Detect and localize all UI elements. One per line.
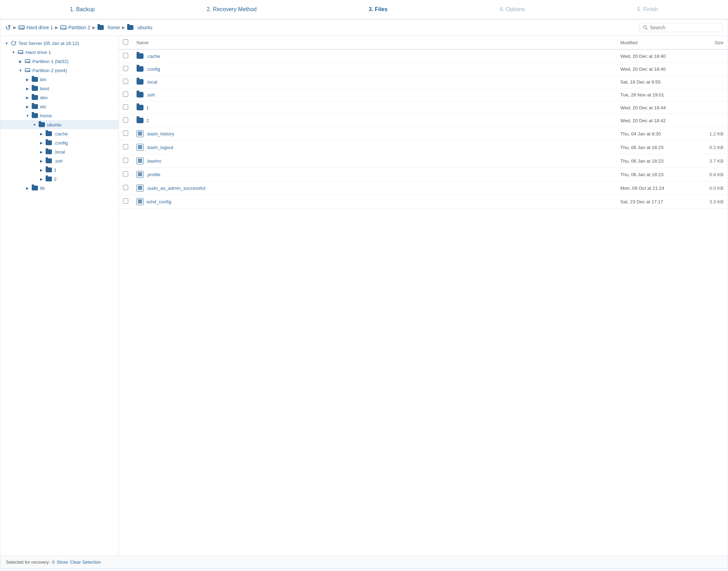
table-row: .bash_logout Thu, 06 Jan at 18:23 0.2 KB — [119, 141, 728, 154]
table-row: .config Wed, 20 Dec at 18:40 — [119, 63, 728, 76]
file-size-sudo_as_admin: 0.0 KB — [693, 181, 728, 195]
chevron-down-icon — [11, 49, 16, 55]
folder-icon-1-sub — [46, 167, 52, 172]
drive-icon-p2 — [25, 68, 30, 73]
sidebar-item-1-sub[interactable]: 1 — [0, 165, 118, 174]
file-size-2 — [693, 114, 728, 127]
sidebar-item-home[interactable]: home — [0, 111, 118, 120]
table-row: .local Sat, 16 Dec at 9:55 — [119, 76, 728, 88]
sidebar-item-etc[interactable]: etc — [0, 102, 118, 111]
file-size-config — [693, 63, 728, 76]
col-header-size: Size — [693, 36, 728, 49]
wizard-steps: 1. Backup 2. Recovery Method 3. Files 4.… — [0, 0, 728, 19]
table-row: .profile Thu, 06 Jan at 18:23 0.8 KB — [119, 168, 728, 181]
file-modified-local: Sat, 16 Dec at 9:55 — [616, 76, 693, 88]
sidebar-item-hard-drive-1[interactable]: Hard drive 1 — [0, 48, 118, 57]
row-checkbox-sudo_as_admin[interactable] — [123, 185, 128, 190]
file-modified-2: Wed, 20 Dec at 18:42 — [616, 114, 693, 127]
file-name-label: .bash_history — [146, 131, 174, 136]
row-checkbox-sshd_config[interactable] — [123, 198, 128, 204]
svg-point-3 — [23, 29, 24, 29]
breadcrumb-ubuntu[interactable]: ubuntu — [127, 25, 152, 30]
tab-finish[interactable]: 5. Finish — [637, 6, 658, 13]
row-checkbox-1[interactable] — [123, 104, 128, 110]
file-name-cache[interactable]: .cache — [137, 53, 612, 59]
sidebar-item-test-server[interactable]: Test Server (05 Jan at 16:12) — [0, 39, 118, 48]
sidebar-item-2-sub[interactable]: 2 — [0, 174, 118, 183]
sidebar-label-boot: boot — [40, 86, 49, 91]
sidebar-item-boot[interactable]: boot — [0, 84, 118, 93]
file-modified-sshd_config: Sat, 23 Dec at 17:17 — [616, 195, 693, 209]
drive-icon-hd1 — [18, 25, 25, 30]
sidebar-item-bin[interactable]: bin — [0, 75, 118, 84]
sidebar-item-cache-sub[interactable]: .cache — [0, 129, 118, 138]
file-size-cache — [693, 49, 728, 63]
file-name-1[interactable]: 1 — [137, 105, 612, 110]
folder-icon-boot — [32, 86, 38, 91]
search-box[interactable] — [639, 23, 723, 32]
tab-backup[interactable]: 1. Backup — [70, 6, 95, 13]
sidebar-item-ssh-sub[interactable]: .ssh — [0, 156, 118, 165]
row-checkbox-profile[interactable] — [123, 171, 128, 177]
sidebar-item-partition-2[interactable]: Partition 2 (ext4) — [0, 66, 118, 75]
selected-label: Selected for recovery: — [6, 560, 50, 565]
file-modified-bash_logout: Thu, 06 Jan at 18:23 — [616, 141, 693, 154]
tab-files[interactable]: 3. Files — [369, 6, 387, 13]
select-all-checkbox[interactable] — [123, 39, 128, 45]
sidebar-item-lib[interactable]: lib — [0, 183, 118, 193]
table-row: .bash_history Thu, 04 Jan at 8:30 1.2 KB — [119, 127, 728, 141]
table-row: .sudo_as_admin_successful Mon, 09 Oct at… — [119, 181, 728, 195]
row-checkbox-bash_logout[interactable] — [123, 144, 128, 149]
file-name-label: sshd_config — [146, 199, 171, 204]
file-name-bashrc: .bashrc — [137, 157, 612, 164]
row-checkbox-local[interactable] — [123, 79, 128, 84]
row-checkbox-2[interactable] — [123, 117, 128, 123]
file-modified-sudo_as_admin: Mon, 09 Oct at 21:24 — [616, 181, 693, 195]
col-header-name: Name — [132, 36, 616, 49]
row-checkbox-bash_history[interactable] — [123, 131, 128, 136]
chevron-right-icon — [25, 95, 30, 100]
sidebar-item-local-sub[interactable]: .local — [0, 147, 118, 156]
svg-point-17 — [29, 71, 30, 72]
sidebar-item-ubuntu[interactable]: ubuntu — [0, 120, 118, 129]
file-name-ssh[interactable]: .ssh — [137, 92, 612, 97]
file-name-label: .config — [146, 67, 160, 72]
file-name-config[interactable]: .config — [137, 66, 612, 72]
breadcrumb-ubuntu-label: ubuntu — [137, 25, 152, 30]
row-checkbox-ssh[interactable] — [123, 92, 128, 97]
search-input[interactable] — [650, 25, 719, 30]
sidebar-label-hard-drive-1: Hard drive 1 — [25, 50, 51, 55]
sidebar-item-dev[interactable]: dev — [0, 93, 118, 102]
chevron-down-icon — [25, 113, 30, 118]
file-name-local[interactable]: .local — [137, 79, 612, 85]
sidebar-label-partition-1: Partition 1 (fat32) — [32, 59, 69, 64]
file-size-1 — [693, 101, 728, 114]
row-checkbox-bashrc[interactable] — [123, 158, 128, 163]
tab-options[interactable]: 4. Options — [499, 6, 525, 13]
chevron-right-icon — [39, 167, 44, 173]
breadcrumb-partition-2[interactable]: Partition 2 — [60, 25, 90, 30]
file-name-2[interactable]: 2 — [137, 118, 612, 123]
tab-recovery-method[interactable]: 2. Recovery Method — [207, 6, 257, 13]
file-name-label: .profile — [146, 172, 161, 177]
file-name-label: .ssh — [146, 92, 155, 97]
back-icon[interactable]: ↺ — [5, 23, 11, 32]
sidebar-label-etc: etc — [40, 104, 46, 109]
chevron-right-icon — [39, 176, 44, 182]
chevron-right-icon — [25, 86, 30, 91]
chevron-down-icon — [18, 68, 23, 73]
row-checkbox-cache[interactable] — [123, 53, 128, 58]
show-link[interactable]: Show — [57, 560, 68, 565]
svg-point-7 — [644, 26, 646, 29]
clear-selection-link[interactable]: Clear Selection — [70, 560, 101, 565]
drive-icon-p1 — [25, 59, 30, 64]
sidebar-item-partition-1[interactable]: Partition 1 (fat32) — [0, 57, 118, 66]
drive-icon-p2 — [60, 25, 67, 30]
breadcrumb-home[interactable]: home — [98, 25, 120, 30]
breadcrumb-hard-drive-1[interactable]: Hard drive 1 — [18, 25, 53, 30]
folder-icon-dev — [32, 95, 38, 100]
sidebar-label-cache-sub: .cache — [54, 131, 68, 136]
row-checkbox-config[interactable] — [123, 66, 128, 71]
breadcrumb-hd1-label: Hard drive 1 — [26, 25, 53, 30]
sidebar-item-config-sub[interactable]: .config — [0, 138, 118, 147]
